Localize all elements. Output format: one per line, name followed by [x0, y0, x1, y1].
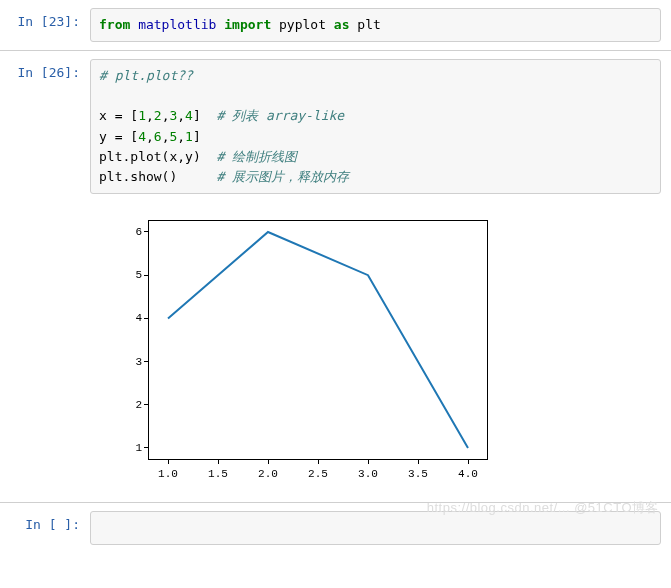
keyword-from: from	[99, 17, 130, 32]
ytick-label: 1	[128, 442, 142, 454]
comma: ,	[177, 108, 185, 123]
code-cell-26[interactable]: In [26]: # plt.plot?? x = [1,2,3,4] # 列表…	[0, 50, 671, 202]
xtick-label: 3.5	[408, 468, 428, 480]
code-box[interactable]: # plt.plot?? x = [1,2,3,4] # 列表 array-li…	[90, 59, 661, 194]
cell-prompt: In [23]:	[0, 8, 90, 29]
code-comment: # plt.plot??	[99, 68, 193, 83]
keyword-import: import	[224, 17, 271, 32]
ytick-label: 3	[128, 356, 142, 368]
number-literal: 4	[185, 108, 193, 123]
xtick-label: 1.0	[158, 468, 178, 480]
comma: ,	[177, 129, 185, 144]
number-literal: 4	[138, 129, 146, 144]
cell-prompt: In [ ]:	[0, 511, 90, 532]
xtick-label: 2.0	[258, 468, 278, 480]
code-comment: # 列表 array-like	[216, 108, 344, 123]
data-line	[168, 232, 468, 448]
alias-name: plt	[357, 17, 380, 32]
comma: ,	[146, 129, 154, 144]
number-literal: 2	[154, 108, 162, 123]
number-literal: 1	[185, 129, 193, 144]
cell-output: 1234561.01.52.02.53.03.54.0	[90, 202, 671, 502]
ytick-label: 5	[128, 269, 142, 281]
code-text: y = [	[99, 129, 138, 144]
comma: ,	[146, 108, 154, 123]
ytick-mark	[144, 361, 148, 362]
module-name: matplotlib	[138, 17, 216, 32]
code-text: ]	[193, 129, 201, 144]
ytick-mark	[144, 275, 148, 276]
ytick-mark	[144, 231, 148, 232]
submodule-name: pyplot	[279, 17, 326, 32]
xtick-label: 1.5	[208, 468, 228, 480]
code-text: x = [	[99, 108, 138, 123]
code-text: plt.show()	[99, 169, 216, 184]
xtick-mark	[418, 460, 419, 464]
line-chart: 1234561.01.52.02.53.03.54.0	[108, 214, 508, 494]
plot-line-svg	[148, 220, 488, 460]
ytick-label: 6	[128, 226, 142, 238]
ytick-mark	[144, 318, 148, 319]
ytick-mark	[144, 404, 148, 405]
xtick-label: 4.0	[458, 468, 478, 480]
xtick-label: 3.0	[358, 468, 378, 480]
ytick-label: 4	[128, 312, 142, 324]
keyword-as: as	[334, 17, 350, 32]
cell-prompt: In [26]:	[0, 59, 90, 80]
code-comment: # 展示图片，释放内存	[216, 169, 349, 184]
xtick-mark	[468, 460, 469, 464]
number-literal: 1	[138, 108, 146, 123]
cell-input-area[interactable]: # plt.plot?? x = [1,2,3,4] # 列表 array-li…	[90, 59, 671, 194]
ytick-mark	[144, 447, 148, 448]
code-box[interactable]: from matplotlib import pyplot as plt	[90, 8, 661, 42]
code-text: plt.plot(x,y)	[99, 149, 216, 164]
code-text: ]	[193, 108, 216, 123]
xtick-label: 2.5	[308, 468, 328, 480]
code-cell-23[interactable]: In [23]: from matplotlib import pyplot a…	[0, 0, 671, 50]
xtick-mark	[368, 460, 369, 464]
code-comment: # 绘制折线图	[216, 149, 297, 164]
cell-input-area[interactable]: from matplotlib import pyplot as plt	[90, 8, 671, 42]
xtick-mark	[218, 460, 219, 464]
ytick-label: 2	[128, 399, 142, 411]
xtick-mark	[318, 460, 319, 464]
xtick-mark	[168, 460, 169, 464]
xtick-mark	[268, 460, 269, 464]
number-literal: 6	[154, 129, 162, 144]
watermark-text: https://blog.csdn.net/... @51CTO博客	[427, 499, 659, 517]
